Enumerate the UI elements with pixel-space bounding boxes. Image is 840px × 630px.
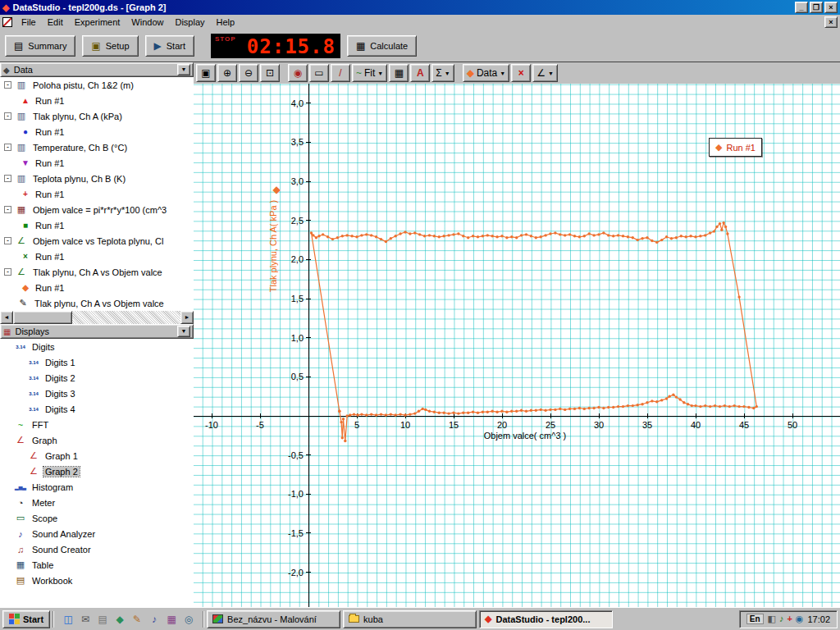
- data-run-row[interactable]: ■Run #1: [0, 217, 194, 233]
- display-item-histogram[interactable]: ▂▅▃Histogram: [0, 479, 194, 495]
- tray-icon-1[interactable]: ◧: [768, 614, 776, 624]
- display-item-graph-1[interactable]: ∠Graph 1: [0, 448, 194, 463]
- quicklaunch-icon-7[interactable]: ▦: [164, 612, 179, 627]
- data-run-row[interactable]: ●Run #1: [0, 124, 194, 139]
- quicklaunch-icon-5[interactable]: ✎: [130, 612, 144, 627]
- expand-toggle[interactable]: -: [4, 206, 11, 213]
- expand-toggle[interactable]: -: [4, 175, 11, 182]
- statistics-menu-button[interactable]: Σ ▼: [431, 64, 454, 82]
- display-item-workbook[interactable]: ▤Workbook: [0, 573, 194, 588]
- slope-tool-button[interactable]: /: [331, 64, 350, 82]
- menu-file[interactable]: File: [16, 16, 42, 28]
- task-label: kuba: [363, 614, 383, 624]
- restore-button[interactable]: ❐: [810, 2, 823, 13]
- display-item-digits-4[interactable]: 3.14Digits 4: [0, 401, 194, 417]
- graph-legend[interactable]: ◆ Run #1: [709, 138, 762, 157]
- menu-window[interactable]: Window: [126, 16, 169, 28]
- task-button[interactable]: kuba: [343, 610, 477, 628]
- quicklaunch-icon-3[interactable]: ▤: [95, 612, 110, 627]
- data-source-row[interactable]: -▦Objem valce = pi*r*r*y*100 (cm^3: [0, 202, 194, 217]
- data-highlight-button[interactable]: ◉: [288, 64, 308, 82]
- scrollbar-track[interactable]: [72, 311, 180, 324]
- close-child-button[interactable]: ×: [824, 16, 838, 28]
- text-tool-button[interactable]: A: [410, 64, 430, 82]
- calculate-tool-button[interactable]: ▦: [389, 64, 409, 82]
- data-source-row[interactable]: -▥Poloha pistu, Ch 1&2 (m): [0, 77, 194, 93]
- quicklaunch-icon-8[interactable]: ◎: [181, 612, 196, 627]
- plot-area[interactable]: -10-551015202530354045504,03,53,02,52,01…: [194, 84, 840, 607]
- data-run-row[interactable]: ×Run #1: [0, 249, 194, 264]
- calculator-icon: ▦: [356, 40, 365, 52]
- calculate-button[interactable]: ▦ Calculate: [347, 35, 417, 57]
- quicklaunch-icon-6[interactable]: ♪: [147, 612, 162, 627]
- tree-item-label: Tlak plynu, Ch A vs Objem valce: [33, 299, 166, 308]
- data-source-row[interactable]: -▥Tlak plynu, Ch A (kPa): [0, 108, 194, 124]
- language-indicator[interactable]: En: [746, 614, 764, 624]
- quicklaunch-icon-1[interactable]: ◫: [61, 612, 75, 627]
- zoom-out-button[interactable]: ⊖: [239, 64, 258, 82]
- menu-experiment[interactable]: Experiment: [69, 16, 126, 28]
- data-run-row[interactable]: ▲Run #1: [0, 93, 194, 108]
- data-panel-menu-button[interactable]: ▼: [177, 64, 190, 75]
- displays-panel-header: ▦ Displays ▼: [0, 324, 194, 339]
- task-button[interactable]: Bez_názvu - Malování: [207, 610, 340, 628]
- display-item-graph-2[interactable]: ∠Graph 2: [0, 463, 194, 479]
- scale-to-fit-button[interactable]: ▣: [196, 64, 216, 82]
- fit-menu-button[interactable]: ~ Fit ▼: [352, 64, 387, 82]
- close-button[interactable]: ×: [824, 2, 838, 13]
- menu-display[interactable]: Display: [169, 16, 210, 28]
- expand-toggle[interactable]: -: [4, 144, 11, 151]
- scroll-left-button[interactable]: ◄: [0, 311, 13, 324]
- quicklaunch-icon-2[interactable]: ✉: [78, 612, 93, 627]
- delete-button[interactable]: ×: [511, 64, 531, 82]
- display-item-digits-3[interactable]: 3.14Digits 3: [0, 386, 194, 401]
- minimize-button[interactable]: _: [795, 2, 808, 13]
- display-item-fft[interactable]: ~FFT: [0, 417, 194, 432]
- tray-icon-2[interactable]: ♪: [779, 614, 784, 624]
- display-item-digits-2[interactable]: 3.14Digits 2: [0, 370, 194, 386]
- data-source-row[interactable]: -∠Objem valce vs Teplota plynu, Cl: [0, 233, 194, 249]
- tray-icon-3[interactable]: +: [787, 614, 792, 624]
- data-source-row[interactable]: -▥Teplota plynu, Ch B (K): [0, 171, 194, 186]
- displays-panel-menu-button[interactable]: ▼: [177, 326, 190, 337]
- zoom-select-button[interactable]: ⊡: [260, 64, 280, 82]
- scrollbar-thumb[interactable]: [13, 311, 72, 324]
- tray-icon-4[interactable]: ◉: [796, 614, 804, 624]
- zoom-in-button[interactable]: ⊕: [217, 64, 237, 82]
- display-item-sound-analyzer[interactable]: ♪Sound Analyzer: [0, 526, 194, 541]
- task-button[interactable]: ◆DataStudio - tepl200...: [479, 610, 613, 628]
- setup-button[interactable]: ▣ Setup: [82, 35, 138, 57]
- data-source-row[interactable]: ✎Tlak plynu, Ch A vs Objem valce: [0, 295, 194, 311]
- expand-toggle[interactable]: -: [4, 268, 11, 276]
- data-source-row[interactable]: -▥Temperature, Ch B (°C): [0, 139, 194, 155]
- graph-canvas[interactable]: -10-551015202530354045504,03,53,02,52,01…: [194, 84, 840, 607]
- display-item-digits[interactable]: 3.14Digits: [0, 339, 194, 354]
- display-item-graph[interactable]: ∠Graph: [0, 432, 194, 448]
- display-item-table[interactable]: ▦Table: [0, 557, 194, 573]
- document-icon[interactable]: [2, 17, 12, 27]
- run1-data-line[interactable]: [312, 223, 757, 441]
- summary-button[interactable]: ▤ Summary: [5, 35, 75, 57]
- expand-toggle[interactable]: -: [4, 81, 11, 89]
- display-item-digits-1[interactable]: 3.14Digits 1: [0, 354, 194, 370]
- data-run-row[interactable]: ◆Run #1: [0, 280, 194, 295]
- display-item-scope[interactable]: ▭Scope: [0, 510, 194, 526]
- expand-toggle[interactable]: -: [4, 237, 11, 244]
- display-item-sound-creator[interactable]: ♫Sound Creator: [0, 541, 194, 557]
- menu-edit[interactable]: Edit: [42, 16, 69, 28]
- data-source-row[interactable]: -∠Tlak plynu, Ch A vs Objem valce: [0, 264, 194, 280]
- quicklaunch-icon-4[interactable]: ◆: [112, 612, 127, 627]
- start-button[interactable]: ▶ Start: [145, 35, 194, 57]
- svg-text:-2,0: -2,0: [288, 568, 304, 578]
- note-tool-button[interactable]: ▭: [309, 64, 329, 82]
- graph-settings-button[interactable]: ∠ ▼: [532, 64, 558, 82]
- displays-panel-icon: ▦: [3, 327, 11, 336]
- data-run-row[interactable]: ▼Run #1: [0, 155, 194, 171]
- expand-toggle[interactable]: -: [4, 112, 11, 120]
- menu-help[interactable]: Help: [211, 16, 241, 28]
- start-menu-button[interactable]: Start: [2, 610, 50, 628]
- display-item-meter[interactable]: ◔Meter: [0, 495, 194, 510]
- scroll-right-button[interactable]: ►: [180, 311, 194, 324]
- data-run-row[interactable]: +Run #1: [0, 186, 194, 202]
- data-menu-button[interactable]: ◆ Data ▼: [463, 64, 510, 82]
